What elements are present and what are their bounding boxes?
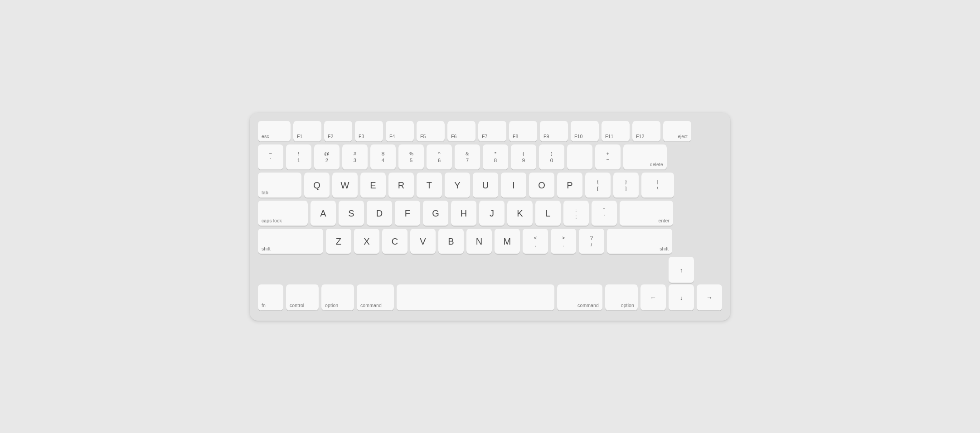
key-delete[interactable]: delete	[623, 144, 667, 170]
key-l[interactable]: L	[535, 201, 561, 226]
f8-label: F8	[513, 134, 518, 139]
key-f11[interactable]: F11	[602, 121, 630, 142]
key-option-right[interactable]: option	[605, 284, 638, 311]
key-enter[interactable]: enter	[620, 201, 673, 226]
key-command-right[interactable]: command	[557, 284, 602, 311]
key-f[interactable]: F	[395, 201, 420, 226]
key-eject[interactable]: eject	[663, 121, 691, 142]
key-semicolon[interactable]: :;	[563, 201, 589, 226]
key-backtick[interactable]: ~`	[258, 144, 283, 170]
key-c[interactable]: C	[382, 229, 408, 254]
f6-label: F6	[451, 134, 456, 139]
f3-label: F3	[359, 134, 364, 139]
key-0[interactable]: )0	[539, 144, 564, 170]
key-z[interactable]: Z	[326, 229, 351, 254]
key-d[interactable]: D	[367, 201, 392, 226]
key-f6[interactable]: F6	[447, 121, 475, 142]
key-7[interactable]: &7	[455, 144, 480, 170]
key-esc[interactable]: esc	[258, 121, 291, 142]
key-n[interactable]: N	[466, 229, 492, 254]
key-u[interactable]: U	[473, 173, 498, 198]
tab-label: tab	[262, 190, 268, 195]
key-shift-left[interactable]: shift	[258, 229, 323, 254]
zxcv-row: shift Z X C V B N M <, >. ?/ shift	[258, 229, 722, 254]
key-s[interactable]: S	[339, 201, 364, 226]
key-arrow-right[interactable]: →	[697, 284, 722, 311]
command-left-label: command	[360, 303, 382, 308]
fn-label: fn	[262, 303, 266, 308]
key-capslock[interactable]: caps lock	[258, 201, 308, 226]
key-j[interactable]: J	[479, 201, 505, 226]
capslock-label: caps lock	[262, 218, 282, 223]
key-control[interactable]: control	[286, 284, 319, 311]
key-m[interactable]: M	[495, 229, 520, 254]
f7-label: F7	[482, 134, 487, 139]
key-v[interactable]: V	[410, 229, 436, 254]
key-i[interactable]: I	[501, 173, 526, 198]
key-3[interactable]: #3	[342, 144, 368, 170]
f11-label: F11	[605, 134, 613, 139]
key-arrow-left[interactable]: ←	[640, 284, 666, 311]
key-shift-right[interactable]: shift	[607, 229, 672, 254]
key-k[interactable]: K	[507, 201, 533, 226]
key-1[interactable]: !1	[286, 144, 311, 170]
key-g[interactable]: G	[423, 201, 448, 226]
arrow-left-icon: ←	[650, 294, 656, 301]
key-f12[interactable]: F12	[632, 121, 660, 142]
key-2[interactable]: @2	[314, 144, 340, 170]
key-left-bracket[interactable]: {[	[585, 173, 611, 198]
number-row: ~` !1 @2 #3 $4 %5 ^6 &7 *8 (9 )0	[258, 144, 722, 170]
key-y[interactable]: Y	[445, 173, 470, 198]
f10-label: F10	[574, 134, 582, 139]
key-arrow-up[interactable]: ↑	[669, 257, 694, 283]
arrow-right-icon: →	[706, 294, 713, 301]
key-x[interactable]: X	[354, 229, 379, 254]
key-q[interactable]: Q	[304, 173, 330, 198]
key-f7[interactable]: F7	[478, 121, 506, 142]
arrow-down-icon: ↓	[680, 294, 683, 301]
qwerty-row: tab Q W E R T Y U I O P {[ }] |\	[258, 173, 722, 198]
key-minus[interactable]: _-	[567, 144, 592, 170]
key-backslash[interactable]: |\	[641, 173, 674, 198]
key-equals[interactable]: +=	[595, 144, 621, 170]
key-f9[interactable]: F9	[540, 121, 568, 142]
key-f5[interactable]: F5	[417, 121, 445, 142]
key-fn[interactable]: fn	[258, 284, 283, 311]
key-5[interactable]: %5	[398, 144, 424, 170]
key-t[interactable]: T	[417, 173, 442, 198]
key-command-left[interactable]: command	[357, 284, 394, 311]
key-p[interactable]: P	[557, 173, 582, 198]
key-f8[interactable]: F8	[509, 121, 537, 142]
key-6[interactable]: ^6	[427, 144, 452, 170]
key-quote[interactable]: "'	[592, 201, 617, 226]
key-right-bracket[interactable]: }]	[613, 173, 639, 198]
key-4[interactable]: $4	[370, 144, 396, 170]
delete-label: delete	[650, 162, 663, 167]
key-a[interactable]: A	[310, 201, 336, 226]
key-comma[interactable]: <,	[523, 229, 548, 254]
key-o[interactable]: O	[529, 173, 554, 198]
key-tab[interactable]: tab	[258, 173, 301, 198]
control-label: control	[290, 303, 304, 308]
key-space[interactable]	[397, 284, 554, 311]
f2-label: F2	[328, 134, 333, 139]
key-8[interactable]: *8	[483, 144, 508, 170]
key-r[interactable]: R	[388, 173, 414, 198]
key-option-left[interactable]: option	[321, 284, 354, 311]
key-arrow-down[interactable]: ↓	[669, 284, 694, 311]
key-h[interactable]: H	[451, 201, 476, 226]
key-f4[interactable]: F4	[386, 121, 414, 142]
key-f2[interactable]: F2	[324, 121, 352, 142]
key-slash[interactable]: ?/	[579, 229, 604, 254]
key-e[interactable]: E	[360, 173, 386, 198]
asdf-row: caps lock A S D F G H J K L :; "' enter	[258, 201, 722, 226]
key-f10[interactable]: F10	[571, 121, 599, 142]
key-b[interactable]: B	[438, 229, 464, 254]
key-9[interactable]: (9	[511, 144, 536, 170]
key-f1[interactable]: F1	[293, 121, 321, 142]
key-w[interactable]: W	[332, 173, 358, 198]
f9-label: F9	[543, 134, 549, 139]
key-f3[interactable]: F3	[355, 121, 383, 142]
key-period[interactable]: >.	[551, 229, 576, 254]
enter-label: enter	[658, 218, 670, 223]
